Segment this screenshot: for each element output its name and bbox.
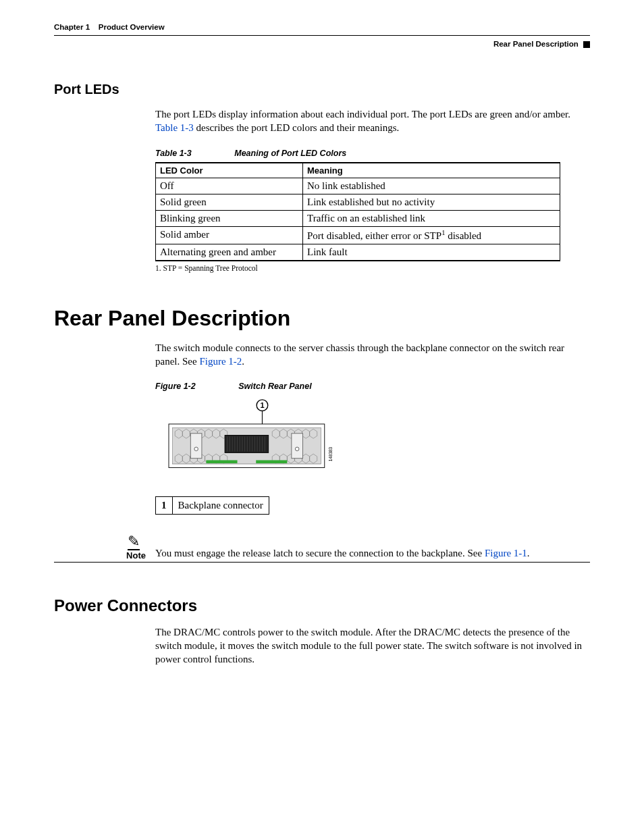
table-row: Solid green Link established but no acti… (156, 194, 560, 210)
table-row: Blinking green Traffic on an established… (156, 210, 560, 226)
header-marker-icon (583, 41, 590, 48)
table-1-3-caption: Table 1-3 Meaning of Port LED Colors (155, 149, 590, 158)
heading-power-connectors: Power Connectors (54, 596, 590, 615)
link-table-1-3[interactable]: Table 1-3 (155, 122, 194, 133)
link-figure-1-1[interactable]: Figure 1-1 (485, 548, 527, 558)
svg-rect-8 (292, 434, 303, 459)
svg-rect-6 (190, 434, 202, 459)
link-figure-1-2[interactable]: Figure 1-2 (199, 356, 242, 367)
svg-point-9 (295, 447, 299, 451)
table-footnote: 1. STP = Spanning Tree Protocol (155, 264, 590, 272)
svg-rect-10 (225, 436, 269, 453)
svg-rect-28 (256, 460, 287, 463)
note-block: ✎ Note You must engage the release latch… (54, 535, 590, 563)
heading-port-leds: Port LEDs (54, 82, 590, 97)
figure-id-label: 148383 (328, 446, 333, 461)
rear-panel-paragraph: The switch module connects to the server… (155, 341, 590, 369)
pencil-icon: ✎ (122, 535, 146, 550)
chapter-number: Chapter 1 (54, 23, 90, 31)
table-row: Solid amber Port disabled, either error … (156, 226, 560, 244)
port-leds-paragraph: The port LEDs display information about … (155, 107, 590, 135)
callout-text: Backplane connector (172, 497, 269, 515)
rear-panel-diagram: 1 (155, 399, 344, 480)
th-meaning: Meaning (303, 163, 560, 178)
callout-1-marker: 1 (260, 401, 264, 409)
table-port-led-colors: LED Color Meaning Off No link establishe… (155, 162, 560, 261)
callout-number: 1 (156, 497, 173, 515)
header-section-label: Rear Panel Description (54, 40, 590, 48)
note-label: Note (54, 550, 146, 561)
table-row: Off No link established (156, 178, 560, 194)
heading-rear-panel-description: Rear Panel Description (54, 306, 590, 331)
svg-point-7 (194, 447, 198, 451)
figure-callout-table: 1 Backplane connector (155, 496, 269, 515)
figure-1-2-caption: Figure 1-2 Switch Rear Panel (155, 382, 590, 391)
th-led-color: LED Color (156, 163, 303, 178)
page-header: Chapter 1 Product Overview (54, 20, 590, 36)
chapter-title: Product Overview (99, 23, 165, 31)
svg-rect-27 (206, 460, 237, 463)
note-text: You must engage the release latch to sec… (155, 548, 590, 561)
power-connectors-paragraph: The DRAC/MC controls power to the switch… (155, 625, 590, 667)
figure-switch-rear-panel: 1 (155, 399, 590, 483)
table-row: Alternating green and amber Link fault (156, 244, 560, 261)
